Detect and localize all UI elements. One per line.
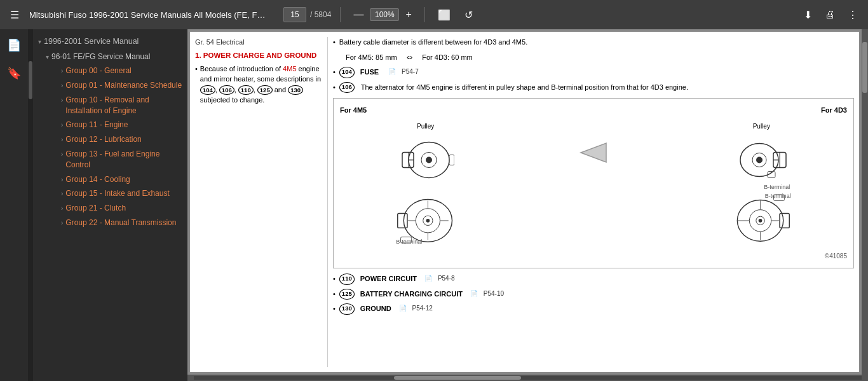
tree-arrow: ›	[61, 96, 63, 105]
tree-arrow: ▾	[38, 38, 41, 46]
alternator-4d3-top-svg	[733, 133, 790, 184]
bullet-dot: •	[333, 289, 336, 300]
ref-106[interactable]: 106	[219, 85, 234, 95]
b-terminal-label-bottom-left: B-terminal	[396, 237, 422, 246]
more-options-button[interactable]: ⋮	[844, 8, 862, 22]
arrow-svg	[574, 137, 613, 169]
document-viewer: Gr. 54 Electrical 1. POWER CHARGE AND GR…	[187, 29, 862, 375]
header-4m5: For 4M5	[340, 105, 367, 116]
ref-104[interactable]: 104	[200, 85, 215, 95]
sidebar-scrollbar[interactable]	[28, 29, 33, 381]
sidebar-item-group13[interactable]: › Group 13 - Fuel and Engine Control	[33, 147, 187, 172]
page-ref-110: P54-8	[436, 274, 454, 285]
svg-marker-7	[581, 143, 606, 162]
page-ref-125: P54-10	[482, 289, 504, 300]
sidebar-scrollbar-thumb	[29, 61, 32, 99]
sidebar-icon-page[interactable]: 📄	[4, 36, 24, 55]
rotate-button[interactable]: ↺	[461, 8, 477, 22]
download-icon: ⬇	[804, 9, 812, 21]
bullet-dot: •	[333, 82, 336, 94]
tree-label: Group 22 - Manual Transmission	[65, 218, 182, 228]
sidebar-item-group22[interactable]: › Group 22 - Manual Transmission	[33, 216, 187, 230]
sidebar-icon-bookmark[interactable]: 🔖	[4, 64, 24, 83]
toolbar-right: ⬇ 🖨 ⋮	[800, 8, 862, 22]
bottom-bullets: • 110 POWER CIRCUIT 📄 P54-8 • 125	[333, 274, 854, 315]
svg-rect-5	[449, 155, 454, 165]
sidebar-item-group15[interactable]: › Group 15 - Intake and Exhaust	[33, 186, 187, 201]
sidebar-item-group10[interactable]: › Group 10 - Removal and Installation of…	[33, 93, 187, 118]
ref-104-right[interactable]: 104	[339, 67, 355, 78]
sidebar-inner: 📄 🔖 ▾ 1996-2001 Service Manual ▾ 96-01 F…	[0, 29, 187, 381]
doc-right-column: • Battery cable diameter is different be…	[333, 37, 854, 367]
doc-bullet-106: • 106 The alternator for 4M5 engine is d…	[333, 82, 854, 94]
svg-point-10	[756, 156, 763, 163]
tree-label: Group 11 - Engine	[65, 120, 182, 130]
print-icon: 🖨	[825, 9, 835, 20]
tree-label: Group 12 - Lubrication	[65, 134, 182, 145]
ref-130-right[interactable]: 130	[339, 303, 355, 315]
document-page: Gr. 54 Electrical 1. POWER CHARGE AND GR…	[190, 32, 859, 372]
bullet-dot: •	[333, 37, 336, 48]
doc-section-header: Gr. 54 Electrical	[195, 37, 322, 48]
sidebar-item-group14[interactable]: › Group 14 - Cooling	[33, 172, 187, 187]
main-area: 📄 🔖 ▾ 1996-2001 Service Manual ▾ 96-01 F…	[0, 29, 868, 381]
fit-page-button[interactable]: ⬜	[434, 8, 454, 22]
tree-label: Group 21 - Clutch	[65, 203, 182, 214]
download-button[interactable]: ⬇	[800, 8, 816, 22]
content-wrapper: Gr. 54 Electrical 1. POWER CHARGE AND GR…	[187, 29, 868, 381]
svg-point-18	[426, 219, 430, 223]
sidebar: 📄 🔖 ▾ 1996-2001 Service Manual ▾ 96-01 F…	[0, 29, 187, 381]
toolbar: ☰ Mitsubishi Fuso 1996-2001 Service Manu…	[0, 0, 868, 29]
print-button[interactable]: 🖨	[821, 8, 839, 22]
tree-label: 1996-2001 Service Manual	[44, 36, 182, 48]
ref-125-right[interactable]: 125	[339, 289, 355, 300]
tree-arrow: ›	[61, 67, 63, 76]
ref-130[interactable]: 130	[288, 85, 303, 95]
sidebar-item-group21[interactable]: › Group 21 - Clutch	[33, 201, 187, 216]
sidebar-item-group01[interactable]: › Group 01 - Maintenance Schedule	[33, 78, 187, 93]
sidebar-item-group00[interactable]: › Group 00 - General	[33, 64, 187, 78]
right-scrollbar[interactable]	[862, 29, 868, 375]
tree-arrow: ›	[61, 150, 63, 159]
ref-106-right[interactable]: 106	[339, 82, 355, 94]
document-content: Gr. 54 Electrical 1. POWER CHARGE AND GR…	[190, 32, 859, 372]
battery-sub-detail: For 4M5: 85 mm ⇔ For 4D3: 60 mm	[333, 52, 854, 64]
content-main: Gr. 54 Electrical 1. POWER CHARGE AND GR…	[187, 29, 868, 375]
page-number-input[interactable]	[283, 7, 306, 22]
label-ground: GROUND	[358, 303, 395, 315]
hamburger-menu-button[interactable]: ☰	[6, 8, 23, 22]
page-ref-icon: 📄	[388, 67, 396, 78]
diagram-4m5-top: Pulley	[397, 121, 454, 184]
sidebar-item-group12[interactable]: › Group 12 - Lubrication	[33, 132, 187, 147]
ref-110-right[interactable]: 110	[339, 274, 355, 285]
bottom-scrollbar[interactable]	[187, 375, 868, 381]
doc-left-bullet: • Because of introduction of 4M5 engine …	[195, 64, 322, 106]
tree-label: Group 14 - Cooling	[65, 174, 182, 185]
tree-arrow: ›	[61, 219, 63, 228]
ref-110[interactable]: 110	[238, 85, 254, 95]
page-ref-icon-130: 📄	[399, 303, 407, 315]
label-power-circuit: POWER CIRCUIT	[358, 274, 421, 285]
bullet-text: Battery cable diameter is different betw…	[339, 37, 527, 48]
tree-arrow: ▾	[46, 53, 49, 62]
sidebar-item-group11[interactable]: › Group 11 - Engine	[33, 118, 187, 132]
divider-2	[424, 7, 425, 22]
zoom-increase-button[interactable]: +	[402, 8, 415, 22]
tree-arrow: ›	[61, 176, 63, 184]
sidebar-tree[interactable]: ▾ 1996-2001 Service Manual ▾ 96-01 FE/FG…	[33, 29, 187, 381]
doc-bullet-battery: • Battery cable diameter is different be…	[333, 37, 854, 48]
svg-point-2	[426, 156, 432, 163]
hamburger-icon: ☰	[10, 9, 19, 21]
rotate-icon: ↺	[465, 9, 473, 21]
zoom-decrease-button[interactable]: —	[349, 8, 367, 22]
svg-point-28	[758, 219, 762, 223]
ref-125[interactable]: 125	[257, 85, 273, 95]
header-4d3: For 4D3	[821, 105, 847, 116]
pulley-label-left: Pulley	[417, 121, 434, 132]
page-controls: / 5804	[283, 7, 331, 22]
right-scrollbar-thumb	[862, 42, 867, 93]
diagrams-bottom-row: B-terminal	[340, 190, 847, 247]
tree-item-fe-fg[interactable]: ▾ 96-01 FE/FG Service Manual	[33, 50, 187, 64]
tree-item-root[interactable]: ▾ 1996-2001 Service Manual	[33, 34, 187, 50]
label-fuse: FUSE	[358, 67, 385, 78]
